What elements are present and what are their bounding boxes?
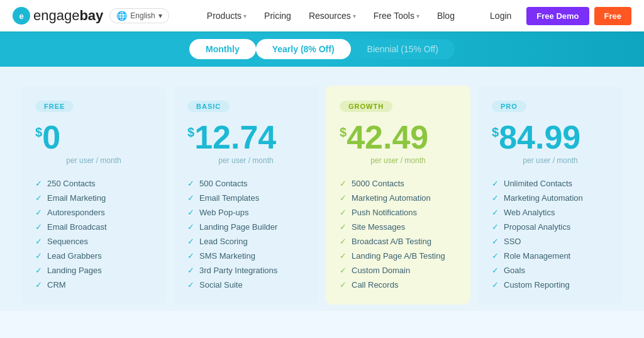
price-dollar-free: $ [35,126,42,138]
list-item: ✓Email Broadcast [35,220,152,234]
feature-text: Site Messages [352,222,405,232]
feature-text: Email Broadcast [47,222,107,232]
price-amount-pro: 84.99 [499,121,580,154]
plan-badge-growth: GROWTH [340,101,392,112]
list-item: ✓SSO [492,234,609,249]
plan-badge-free: FREE [35,101,74,112]
plan-badge-basic: BASIC [187,101,230,112]
biennial-toggle[interactable]: Biennial (15% Off) [351,39,455,59]
feature-text: Landing Pages [47,266,102,275]
check-icon: ✓ [340,208,347,217]
price-period-free: per user / month [35,156,152,165]
check-icon: ✓ [35,280,42,290]
logo-bay-text: bay [79,8,103,24]
price-period-basic: per user / month [187,156,304,165]
price-row-free: $0 [35,121,152,154]
check-icon: ✓ [340,251,347,261]
list-item: ✓Broadcast A/B Testing [340,234,457,249]
login-button[interactable]: Login [480,6,521,25]
check-icon: ✓ [492,237,499,246]
list-item: ✓Email Marketing [35,191,152,205]
check-icon: ✓ [340,266,347,275]
feature-text: Unlimited Contacts [504,179,572,188]
nav-item-blog[interactable]: Blog [428,0,464,31]
price-amount-basic: 12.74 [194,121,276,154]
nav-item-free-tools[interactable]: Free Tools ▾ [365,0,428,31]
navbar: e engagebay 🌐 English ▾ Products ▾ Prici… [0,0,644,31]
feature-text: Proposal Analytics [504,222,570,232]
pricing-card-basic: BASIC$12.74per user / month✓500 Contacts… [174,86,318,305]
feature-text: Landing Page Builder [199,222,277,232]
check-icon: ✓ [35,266,42,275]
feature-text: SSO [504,237,521,246]
list-item: ✓Landing Pages [35,263,152,278]
language-selector[interactable]: 🌐 English ▾ [109,8,169,23]
check-icon: ✓ [492,208,499,217]
list-item: ✓Goals [492,263,609,278]
list-item: ✓500 Contacts [187,176,304,191]
feature-text: Web Analytics [504,208,555,217]
yearly-toggle[interactable]: Yearly (8% Off) [256,39,351,59]
price-row-growth: $42.49 [340,121,457,154]
price-amount-free: 0 [42,121,60,154]
list-item: ✓Site Messages [340,220,457,234]
billing-toggle: Monthly Yearly (8% Off) Biennial (15% Of… [189,39,455,59]
free-button[interactable]: Free [594,7,631,25]
pricing-card-pro: PRO$84.99per user / month✓Unlimited Cont… [478,86,623,305]
list-item: ✓Sequences [35,234,152,249]
feature-text: Lead Scoring [199,237,248,246]
nav-item-resources[interactable]: Resources ▾ [300,0,365,31]
nav-free-tools-label: Free Tools [374,11,414,21]
nav-resources-label: Resources [309,11,351,21]
nav-item-pricing[interactable]: Pricing [255,0,300,31]
free-demo-button[interactable]: Free Demo [526,7,589,25]
check-icon: ✓ [187,251,194,261]
list-item: ✓250 Contacts [35,176,152,191]
lang-chevron-icon: ▾ [158,11,162,20]
free-tools-chevron-icon: ▾ [416,13,419,20]
feature-text: Broadcast A/B Testing [352,237,431,246]
check-icon: ✓ [35,237,42,246]
logo[interactable]: e engagebay [13,7,103,25]
feature-text: Sequences [47,237,88,246]
feature-text: Marketing Automation [352,193,431,203]
nav-links: Products ▾ Pricing Resources ▾ Free Tool… [182,0,480,31]
plan-badge-pro: PRO [492,101,526,112]
price-dollar-growth: $ [340,126,347,138]
list-item: ✓Call Records [340,278,457,292]
check-icon: ✓ [187,193,194,203]
billing-toggle-wrapper: Monthly Yearly (8% Off) Biennial (15% Of… [0,31,644,67]
list-item: ✓SMS Marketing [187,249,304,263]
feature-text: Custom Domain [352,266,410,275]
check-icon: ✓ [35,208,42,217]
check-icon: ✓ [187,208,194,217]
list-item: ✓Marketing Automation [340,191,457,205]
resources-chevron-icon: ▾ [353,13,356,20]
check-icon: ✓ [492,193,499,203]
feature-text: Push Notifications [352,208,417,217]
list-item: ✓5000 Contacts [340,176,457,191]
list-item: ✓Marketing Automation [492,191,609,205]
list-item: ✓Proposal Analytics [492,220,609,234]
nav-products-label: Products [207,11,242,21]
check-icon: ✓ [35,222,42,232]
list-item: ✓Web Analytics [492,205,609,220]
feature-text: CRM [47,280,66,290]
feature-text: Social Suite [199,280,243,290]
feature-text: Custom Reporting [504,280,570,290]
monthly-toggle[interactable]: Monthly [189,39,256,59]
feature-text: 250 Contacts [47,179,96,188]
price-dollar-basic: $ [187,126,194,138]
feature-list-growth: ✓5000 Contacts✓Marketing Automation✓Push… [340,176,457,292]
check-icon: ✓ [340,179,347,188]
check-icon: ✓ [492,222,499,232]
check-icon: ✓ [187,266,194,275]
feature-text: Email Marketing [47,193,106,203]
check-icon: ✓ [340,237,347,246]
feature-list-free: ✓250 Contacts✓Email Marketing✓Autorespon… [35,176,152,292]
check-icon: ✓ [35,179,42,188]
nav-item-products[interactable]: Products ▾ [198,0,255,31]
check-icon: ✓ [35,251,42,261]
price-row-pro: $84.99 [492,121,609,154]
feature-text: Call Records [352,280,398,290]
